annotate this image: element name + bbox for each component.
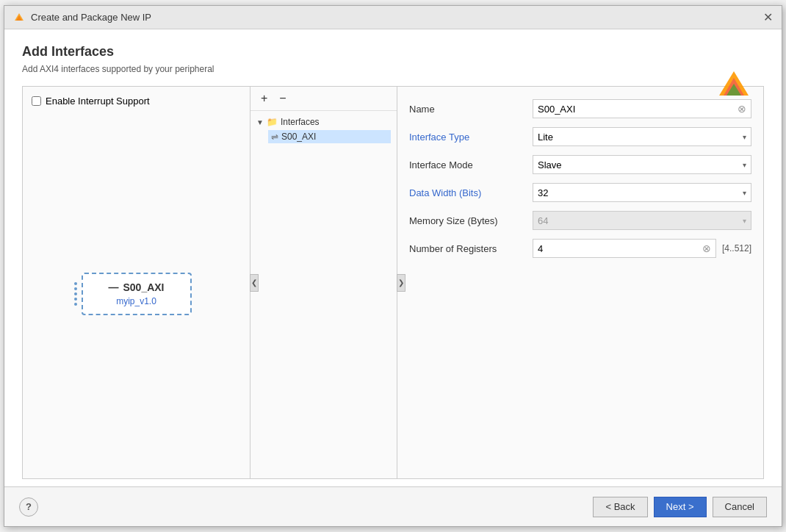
interface-type-row: Interface Type Lite ▾: [409, 126, 751, 147]
memory-size-label: Memory Size (Bytes): [409, 215, 527, 226]
footer-left: ?: [19, 497, 38, 517]
close-button[interactable]: ✕: [763, 12, 773, 24]
footer-right: < Back Next > Cancel: [593, 497, 767, 517]
cancel-button[interactable]: Cancel: [713, 497, 767, 517]
num-registers-input[interactable]: [538, 243, 699, 254]
data-width-arrow: ▾: [743, 189, 746, 197]
collapse-left-button[interactable]: ❮: [250, 274, 259, 292]
interface-tree: ▼ 📁 Interfaces ⇌ S00_AXI: [250, 111, 397, 478]
interface-mode-value: Slave: [538, 159, 562, 170]
interface-mode-label: Interface Mode: [409, 159, 527, 170]
num-registers-row: Number of Registers ⊗ [4..512]: [409, 238, 751, 259]
page-subtitle: Add AXI4 interfaces supported by your pe…: [22, 64, 764, 74]
collapse-mid-button[interactable]: ❯: [397, 274, 405, 292]
content-area: Add Interfaces Add AXI4 interfaces suppo…: [4, 29, 782, 486]
memory-size-arrow: ▾: [743, 217, 746, 225]
component-box-header: — S00_AXI: [108, 281, 164, 293]
tree-item-label: S00_AXI: [281, 132, 316, 142]
help-button[interactable]: ?: [19, 497, 38, 517]
back-button[interactable]: < Back: [593, 497, 647, 517]
name-label: Name: [409, 104, 527, 115]
window-title: Create and Package New IP: [31, 12, 151, 23]
canvas-area: — S00_AXI myip_v1.0: [32, 118, 241, 470]
next-button[interactable]: Next >: [654, 497, 707, 517]
tree-item-s00axi[interactable]: ⇌ S00_AXI: [268, 130, 391, 143]
num-registers-range: [4..512]: [722, 243, 751, 254]
remove-interface-button[interactable]: −: [276, 91, 289, 106]
data-width-select[interactable]: 32 ▾: [533, 183, 751, 202]
num-registers-label: Number of Registers: [409, 243, 527, 254]
mid-toolbar: + −: [250, 87, 397, 111]
memory-size-value: 64: [538, 215, 548, 226]
tree-group-interfaces: ▼ 📁 Interfaces: [256, 117, 391, 127]
interface-type-label: Interface Type: [409, 132, 527, 143]
name-input[interactable]: [538, 104, 735, 115]
component-ip-label: myip_v1.0: [116, 296, 156, 306]
data-width-row: Data Width (Bits) 32 ▾: [409, 182, 751, 203]
name-input-wrapper: ⊗: [533, 99, 751, 118]
tree-item-icon: ⇌: [271, 132, 278, 142]
memory-size-select[interactable]: 64 ▾: [533, 211, 751, 230]
enable-interrupt-checkbox[interactable]: [32, 96, 41, 106]
page-title: Add Interfaces: [22, 44, 764, 60]
tree-expand-arrow[interactable]: ▼: [256, 118, 264, 126]
interface-mode-arrow: ▾: [743, 161, 746, 169]
name-row: Name ⊗: [409, 98, 751, 119]
left-panel: Enable Interrupt Support —: [23, 87, 250, 478]
app-icon: [13, 12, 25, 24]
tree-group-icon: 📁: [267, 117, 278, 127]
main-panels: Enable Interrupt Support —: [22, 86, 764, 479]
title-bar: Create and Package New IP ✕: [4, 6, 782, 29]
num-registers-clear-icon[interactable]: ⊗: [702, 242, 711, 254]
name-clear-icon[interactable]: ⊗: [738, 103, 746, 115]
memory-size-row: Memory Size (Bytes) 64 ▾: [409, 210, 751, 231]
data-width-value: 32: [538, 187, 548, 198]
right-panel: Name ⊗ Interface Type Lite ▾ In: [397, 87, 763, 478]
interface-type-select[interactable]: Lite ▾: [533, 127, 751, 146]
footer: ? < Back Next > Cancel: [4, 486, 782, 526]
num-registers-input-group: ⊗ [4..512]: [533, 239, 751, 258]
add-interface-button[interactable]: +: [258, 91, 270, 106]
interface-type-arrow: ▾: [743, 133, 746, 141]
enable-interrupt-row: Enable Interrupt Support: [32, 96, 241, 107]
interface-mode-row: Interface Mode Slave ▾: [409, 154, 751, 175]
interface-mode-select[interactable]: Slave ▾: [533, 155, 751, 174]
mid-panel: + − ▼ 📁 Interfaces ⇌ S00_AXI ❯: [250, 87, 397, 478]
data-width-label: Data Width (Bits): [409, 187, 527, 198]
component-minus-icon: —: [108, 281, 118, 293]
interface-type-value: Lite: [538, 132, 553, 143]
tree-group-label: Interfaces: [281, 117, 320, 127]
component-box[interactable]: — S00_AXI myip_v1.0: [82, 273, 192, 315]
enable-interrupt-label: Enable Interrupt Support: [46, 96, 150, 107]
num-registers-input-wrapper: ⊗: [533, 239, 716, 258]
component-name: S00_AXI: [123, 281, 164, 293]
connector-dots: [74, 282, 77, 306]
